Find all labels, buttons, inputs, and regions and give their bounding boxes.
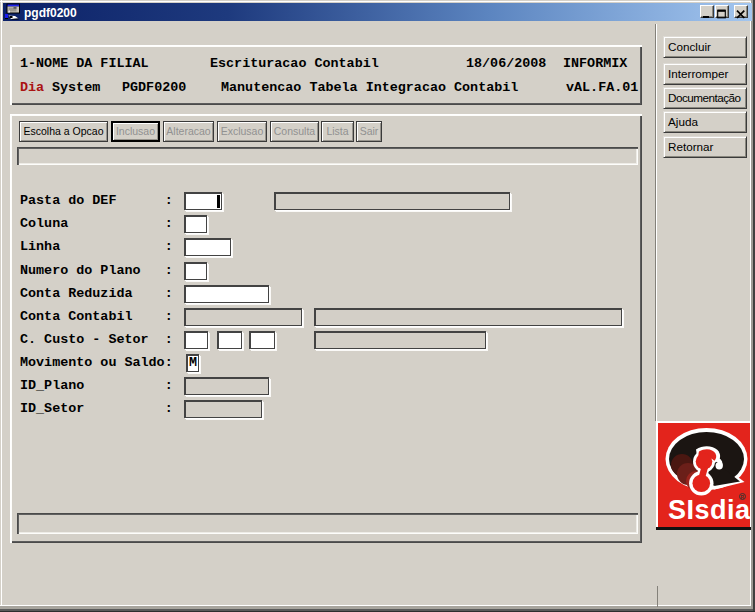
svg-text:SIsdia: SIsdia [668, 495, 751, 525]
